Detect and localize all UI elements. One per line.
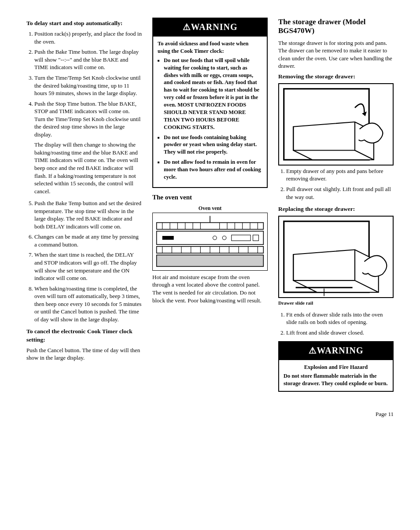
warning-fire-text: Do not store flammable materials in the …	[284, 372, 388, 387]
step-item: Push the Bake Temp button and set the de…	[34, 199, 142, 230]
warning-box-food: ⚠WARNING To avoid sickness and food wast…	[152, 18, 268, 188]
steps-delay-part1: Position rack(s) properly, and place the…	[26, 30, 142, 195]
oven-vent-label: Oven vent	[152, 205, 268, 212]
oven-vent-illustration	[152, 213, 268, 271]
page-number: Page 11	[26, 410, 394, 418]
remove-steps: Empty drawer of any pots and pans before…	[278, 167, 394, 201]
heading-storage-drawer: The storage drawer (Model BGS470W)	[278, 18, 394, 36]
remove-drawer-illustration	[278, 83, 394, 166]
heading-removing-drawer: Removing the storage drawer:	[278, 73, 394, 81]
cancel-paragraph: Push the Cancel button. The time of day …	[26, 346, 142, 362]
column-1: To delay start and stop automatically: P…	[26, 18, 142, 397]
warning-body: To avoid sickness and food waste when us…	[153, 37, 267, 187]
step-item: Lift front and slide drawer closed.	[286, 329, 394, 337]
step-item: Pull drawer out slightly. Lift front and…	[286, 185, 394, 201]
step-item: Fit ends of drawer slide rails into the …	[286, 311, 394, 326]
step-item: Position rack(s) properly, and place the…	[34, 30, 142, 45]
warning-subtitle: Explosion and Fire Hazard	[284, 364, 388, 371]
heading-cancel: To cancel the electronic Cook Timer cloc…	[26, 328, 142, 343]
warning-item: Do not use foods containing baking powde…	[164, 134, 262, 156]
steps-delay-part2: Push the Bake Temp button and set the de…	[26, 199, 142, 323]
oven-vent-paragraph: Hot air and moisture escape from the ove…	[152, 273, 268, 304]
svg-rect-0	[157, 223, 264, 229]
svg-rect-32	[157, 255, 264, 266]
svg-point-17	[222, 236, 226, 240]
column-3: The storage drawer (Model BGS470W) The s…	[278, 18, 394, 397]
step-item: Empty drawer of any pots and pans before…	[286, 167, 394, 183]
column-2: ⚠WARNING To avoid sickness and food wast…	[152, 18, 268, 397]
slide-rail-caption: Drawer slide rail	[278, 300, 394, 306]
warning-header-2: ⚠WARNING	[279, 342, 393, 360]
step-item: Push the Stop Time button. The blue BAKE…	[34, 100, 142, 195]
warning-item: Do not use foods that will spoil while w…	[164, 57, 262, 131]
heading-oven-vent: The oven vent	[152, 193, 268, 201]
replace-drawer-illustration	[278, 216, 394, 298]
warning-intro: To avoid sickness and food waste when us…	[158, 40, 262, 55]
heading-replacing-drawer: Replacing the storage drawer:	[278, 205, 394, 213]
warning-box-fire: ⚠WARNING Explosion and Fire Hazard Do no…	[278, 341, 394, 392]
step-item: When baking/roasting time is completed, …	[34, 285, 142, 324]
svg-rect-19	[253, 235, 259, 241]
step-item: Push the Bake Time button. The large dis…	[34, 48, 142, 71]
step-item: Changes can be made at any time by press…	[34, 233, 142, 248]
warning-item: Do not allow food to remain in oven for …	[164, 158, 262, 181]
step-item: When the start time is reached, the DELA…	[34, 251, 142, 282]
warning-list: Do not use foods that will spoil while w…	[158, 57, 262, 181]
storage-intro: The storage drawer is for storing pots a…	[278, 39, 394, 70]
warning-body-2: Explosion and Fire Hazard Do not store f…	[279, 360, 393, 391]
replace-steps: Fit ends of drawer slide rails into the …	[278, 311, 394, 337]
warning-header: ⚠WARNING	[153, 18, 267, 37]
svg-rect-15	[162, 236, 174, 240]
step-item: Turn the Time/Temp Set Knob clockwise un…	[34, 74, 142, 97]
heading-delay-start: To delay start and stop automatically:	[26, 19, 142, 27]
svg-point-16	[213, 236, 217, 240]
step-4-extra: The display will then change to showing …	[34, 141, 142, 195]
svg-rect-18	[232, 235, 251, 241]
